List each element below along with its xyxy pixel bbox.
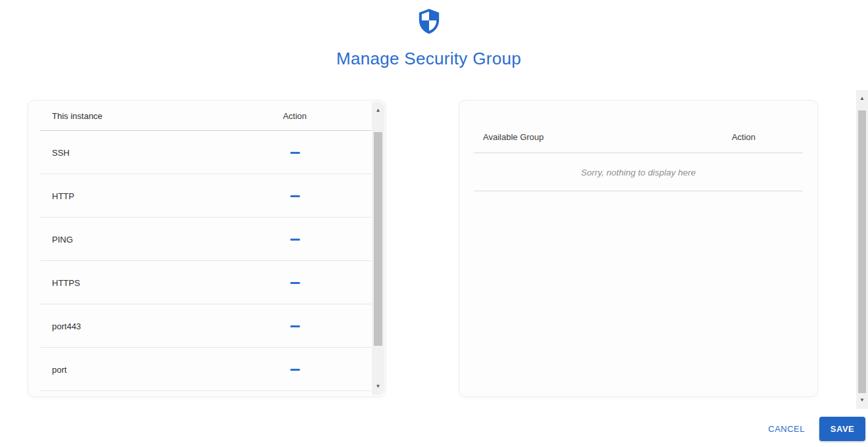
table-row: SSH	[28, 131, 371, 174]
remove-row-button[interactable]	[285, 235, 305, 245]
instance-name: port	[28, 365, 262, 375]
instance-name: SSH	[28, 148, 262, 158]
scroll-down-icon[interactable]: ▼	[856, 398, 868, 403]
instance-name: port443	[28, 321, 262, 331]
cancel-button[interactable]: CANCEL	[761, 420, 811, 438]
minus-icon	[290, 282, 300, 284]
scroll-up-icon[interactable]: ▲	[856, 96, 868, 101]
scroll-up-icon[interactable]: ▲	[372, 108, 384, 113]
page-title: Manage Security Group	[0, 49, 857, 69]
available-group-panel: Available Group Action Sorry, nothing to…	[459, 100, 818, 397]
instance-name: HTTP	[28, 191, 262, 201]
page-scrollbar-thumb[interactable]	[858, 110, 866, 393]
instance-table: This instance Action SSH HTTP PING HTTPS	[28, 101, 371, 396]
column-action: Action	[711, 132, 777, 142]
table-row: HTTP	[28, 174, 371, 218]
table-row: port	[28, 348, 371, 391]
footer-actions: CANCEL SAVE	[761, 417, 865, 441]
scroll-down-icon[interactable]: ▼	[372, 384, 384, 389]
page-scrollbar[interactable]: ▲ ▼	[856, 90, 868, 409]
instance-panel-scrollbar[interactable]: ▲ ▼	[372, 102, 384, 395]
minus-icon	[290, 152, 300, 154]
remove-row-button[interactable]	[285, 148, 305, 158]
instance-rows: SSH HTTP PING HTTPS port443	[28, 131, 371, 391]
instance-panel: This instance Action SSH HTTP PING HTTPS	[28, 100, 386, 397]
column-action: Action	[262, 111, 328, 121]
column-this-instance: This instance	[28, 111, 262, 121]
empty-state-message: Sorry, nothing to display here	[459, 153, 817, 191]
minus-icon	[290, 195, 300, 197]
remove-row-button[interactable]	[285, 365, 305, 375]
instance-name: PING	[28, 235, 262, 245]
column-available-group: Available Group	[459, 132, 711, 142]
minus-icon	[290, 239, 300, 241]
remove-row-button[interactable]	[285, 321, 305, 331]
minus-icon	[290, 325, 300, 327]
instance-scrollbar-thumb[interactable]	[374, 132, 382, 346]
instance-table-header: This instance Action	[28, 101, 371, 131]
table-row: port443	[28, 304, 371, 348]
remove-row-button[interactable]	[285, 278, 305, 288]
instance-name: HTTPS	[28, 278, 262, 288]
remove-row-button[interactable]	[285, 191, 305, 201]
available-table-header: Available Group Action	[459, 120, 817, 153]
table-row: PING	[28, 218, 371, 261]
table-row: HTTPS	[28, 261, 371, 304]
shield-icon	[417, 8, 441, 35]
minus-icon	[290, 369, 300, 371]
save-button[interactable]: SAVE	[819, 417, 865, 441]
